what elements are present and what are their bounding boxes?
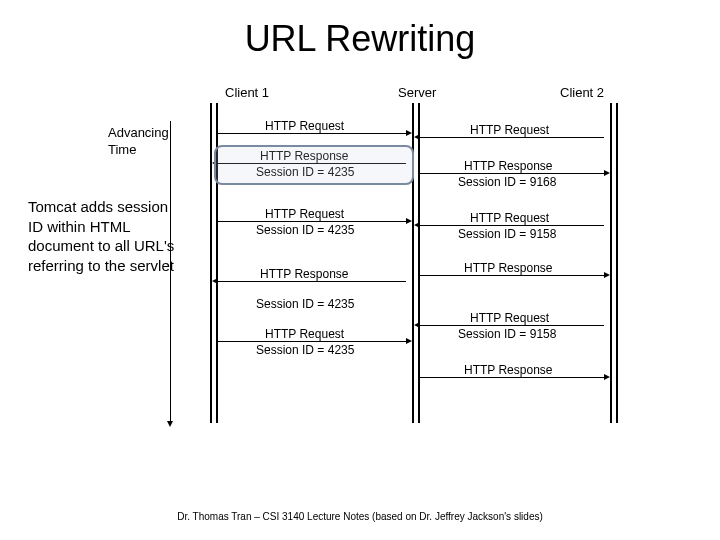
label-r1: HTTP Request — [470, 123, 549, 137]
arrow-l3 — [218, 221, 406, 222]
label-r2: HTTP Response — [464, 159, 552, 173]
callout-box — [214, 145, 414, 185]
footer-credit: Dr. Thomas Tran – CSI 3140 Lecture Notes… — [0, 511, 720, 522]
label-l3: HTTP Request — [265, 207, 344, 221]
label-r5-sid: Session ID = 9158 — [458, 327, 556, 341]
label-l5-sid: Session ID = 4235 — [256, 343, 354, 357]
label-l4: HTTP Response — [260, 267, 348, 281]
arrow-r6 — [420, 377, 604, 378]
arrow-r5-head — [414, 322, 420, 328]
page-title: URL Rewriting — [0, 18, 720, 60]
time-axis-label: Advancing Time — [108, 125, 169, 159]
label-r2-sid: Session ID = 9168 — [458, 175, 556, 189]
arrow-l1 — [218, 133, 406, 134]
arrow-r1 — [420, 137, 604, 138]
label-l5: HTTP Request — [265, 327, 344, 341]
arrow-l1-head — [406, 130, 412, 136]
lane-server: Server — [398, 85, 436, 100]
lifeline-client2-l — [610, 103, 612, 423]
lifeline-server-r — [418, 103, 420, 423]
lifeline-client1-l — [210, 103, 212, 423]
label-r5: HTTP Request — [470, 311, 549, 325]
arrow-r1-head — [414, 134, 420, 140]
label-l3-sid: Session ID = 4235 — [256, 223, 354, 237]
arrow-l4-head — [212, 278, 218, 284]
sequence-diagram: Client 1 Server Client 2 Advancing Time … — [0, 85, 720, 455]
lane-client2: Client 2 — [560, 85, 604, 100]
label-r6: HTTP Response — [464, 363, 552, 377]
arrow-l5 — [218, 341, 406, 342]
arrow-r3 — [420, 225, 604, 226]
arrow-r6-head — [604, 374, 610, 380]
arrow-r2 — [420, 173, 604, 174]
label-l4-sid: Session ID = 4235 — [256, 297, 354, 311]
arrow-l3-head — [406, 218, 412, 224]
arrow-r4 — [420, 275, 604, 276]
arrow-r4-head — [604, 272, 610, 278]
arrow-r2-head — [604, 170, 610, 176]
arrow-l5-head — [406, 338, 412, 344]
lifeline-client2-r — [616, 103, 618, 423]
label-r4: HTTP Response — [464, 261, 552, 275]
arrow-l4 — [218, 281, 406, 282]
label-r3-sid: Session ID = 9158 — [458, 227, 556, 241]
annotation-text: Tomcat adds session ID within HTML docum… — [28, 197, 178, 275]
lane-client1: Client 1 — [225, 85, 269, 100]
time-axis-label-l1: Advancing — [108, 125, 169, 140]
arrow-r5 — [420, 325, 604, 326]
time-axis-label-l2: Time — [108, 142, 136, 157]
label-r3: HTTP Request — [470, 211, 549, 225]
arrow-r3-head — [414, 222, 420, 228]
time-arrow-head — [167, 421, 173, 427]
label-l1: HTTP Request — [265, 119, 344, 133]
